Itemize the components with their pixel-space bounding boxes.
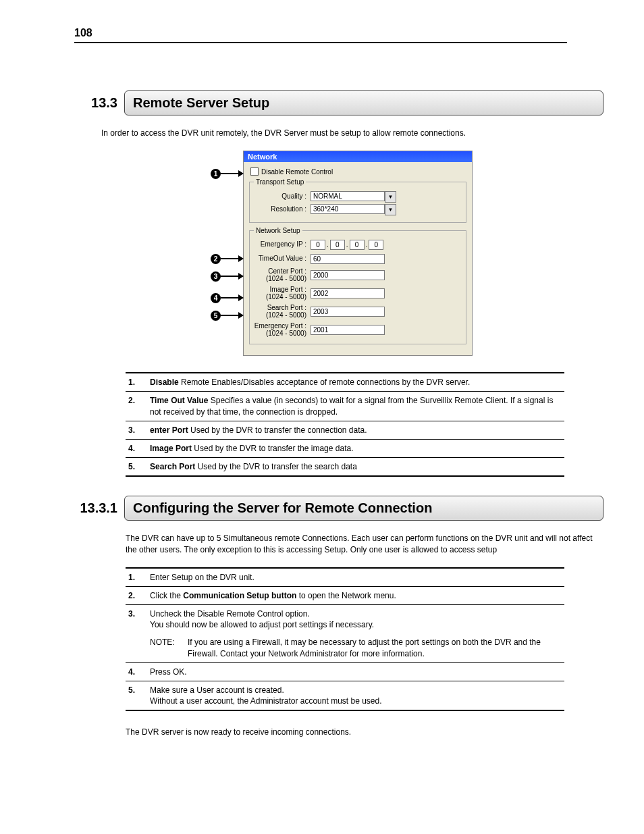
timeout-input[interactable] [311, 254, 385, 264]
ip-seg-3[interactable] [350, 240, 365, 250]
center-port-input[interactable] [311, 270, 385, 280]
disable-remote-row: Disable Remote Control [250, 167, 466, 176]
step-num: 5. [126, 681, 147, 711]
callout-bubble: 1 [211, 169, 221, 179]
section-title: Remote Server Setup [124, 90, 603, 115]
ip-seg-4[interactable] [369, 240, 383, 250]
center-port-label: Center Port : (1024 - 5000) [254, 268, 311, 282]
quality-label: Quality : [254, 193, 311, 201]
page-number: 108 [74, 27, 567, 43]
def-text: Image Port Used by the DVR to transfer t… [147, 439, 564, 457]
section-number: 13.3 [74, 90, 124, 115]
ip-seg-1[interactable] [311, 240, 325, 250]
section-heading: 13.3.1 Configuring the Server for Remote… [74, 496, 603, 521]
arrow-icon [221, 315, 243, 316]
dialog-titlebar: Network [244, 151, 472, 162]
arrow-icon [221, 297, 243, 298]
def-num: 1. [126, 373, 147, 392]
table-row: 3. enter Port Used by the DVR to transfe… [126, 421, 564, 439]
resolution-label: Resolution : [254, 206, 311, 213]
network-legend: Network Setup [254, 227, 302, 234]
step-text: Press OK. [147, 662, 564, 681]
emergency-port-input[interactable] [311, 325, 385, 335]
dropdown-icon[interactable]: ▼ [385, 204, 396, 215]
section-intro: In order to access the DVR unit remotely… [101, 128, 603, 138]
step-num: 4. [126, 662, 147, 681]
def-num: 4. [126, 439, 147, 457]
callout-2: 2 [211, 253, 243, 264]
step-text: Uncheck the Disable Remote Control optio… [147, 605, 564, 663]
table-row: 2. Time Out Value Specifies a value (in … [126, 392, 564, 421]
note-text: If you are using a Firewall, it may be n… [188, 637, 560, 658]
callout-bubble: 4 [211, 293, 221, 303]
section-heading: 13.3 Remote Server Setup [74, 90, 603, 115]
ip-seg-2[interactable] [330, 240, 345, 250]
step-text: Click the Communication Setup button to … [147, 586, 564, 604]
dropdown-icon[interactable]: ▼ [385, 191, 396, 203]
definitions-table: 1. Disable Remote Enables/Disables accep… [126, 372, 564, 477]
def-text: Time Out Value Specifies a value (in sec… [147, 392, 564, 421]
table-row: 3. Uncheck the Disable Remote Control op… [126, 605, 564, 663]
image-port-label: Image Port : (1024 - 5000) [254, 286, 311, 301]
section-title: Configuring the Server for Remote Connec… [124, 496, 603, 521]
document-page: 108 13.3 Remote Server Setup In order to… [0, 0, 644, 791]
table-row: 5. Make sure a User account is created. … [126, 681, 564, 711]
steps-table: 1. Enter Setup on the DVR unit. 2. Click… [126, 567, 564, 712]
section-intro: The DVR can have up to 5 Simultaneous re… [126, 533, 603, 554]
table-row: 4. Image Port Used by the DVR to transfe… [126, 439, 564, 457]
image-port-input[interactable] [311, 288, 385, 298]
def-text: Disable Remote Enables/Disables acceptan… [147, 373, 564, 392]
callout-5: 5 [211, 310, 243, 321]
table-row: 1. Disable Remote Enables/Disables accep… [126, 373, 564, 392]
def-num: 3. [126, 421, 147, 439]
callout-bubble: 3 [211, 271, 221, 282]
def-num: 2. [126, 392, 147, 421]
arrow-icon [221, 258, 243, 259]
quality-select[interactable] [311, 191, 385, 201]
network-dialog-figure: 1 2 3 4 5 Network Disable Remote Control… [243, 151, 473, 356]
callout-4: 4 [211, 292, 243, 303]
callout-bubble: 2 [211, 254, 221, 264]
step-num: 2. [126, 586, 147, 604]
search-port-label: Search Port : (1024 - 5000) [254, 305, 311, 319]
note-label: NOTE: [150, 637, 188, 658]
step-text: Make sure a User account is created. Wit… [147, 681, 564, 711]
def-text: Search Port Used by the DVR to transfer … [147, 458, 564, 477]
closing-text: The DVR server is now ready to receive i… [126, 727, 603, 737]
step-num: 1. [126, 568, 147, 587]
table-row: 1. Enter Setup on the DVR unit. [126, 568, 564, 587]
step-num: 3. [126, 605, 147, 663]
table-row: 2. Click the Communication Setup button … [126, 586, 564, 604]
callout-3: 3 [211, 271, 243, 282]
transport-legend: Transport Setup [254, 178, 306, 186]
table-row: 4. Press OK. [126, 662, 564, 681]
step-text: Enter Setup on the DVR unit. [147, 568, 564, 587]
callout-1: 1 [211, 168, 243, 179]
def-text: enter Port Used by the DVR to transfer t… [147, 421, 564, 439]
search-port-input[interactable] [311, 307, 385, 317]
callout-bubble: 5 [211, 311, 221, 321]
network-setup-group: Network Setup Emergency IP : . . . TimeO… [249, 227, 466, 344]
table-row: 5. Search Port Used by the DVR to transf… [126, 458, 564, 477]
network-dialog: Network Disable Remote Control Transport… [243, 151, 473, 356]
arrow-icon [221, 276, 243, 277]
timeout-label: TimeOut Value : [254, 255, 311, 263]
disable-remote-checkbox[interactable] [250, 167, 259, 176]
resolution-select[interactable] [311, 204, 385, 214]
section-number: 13.3.1 [74, 496, 124, 521]
disable-remote-label: Disable Remote Control [261, 168, 333, 176]
transport-setup-group: Transport Setup Quality : ▼ Resolution :… [249, 178, 466, 223]
def-num: 5. [126, 458, 147, 477]
arrow-icon [221, 173, 243, 174]
emergency-port-label: Emergency Port : (1024 - 5000) [254, 323, 311, 337]
emergency-ip-label: Emergency IP : [254, 241, 311, 249]
emergency-ip-input[interactable]: . . . [311, 240, 383, 250]
